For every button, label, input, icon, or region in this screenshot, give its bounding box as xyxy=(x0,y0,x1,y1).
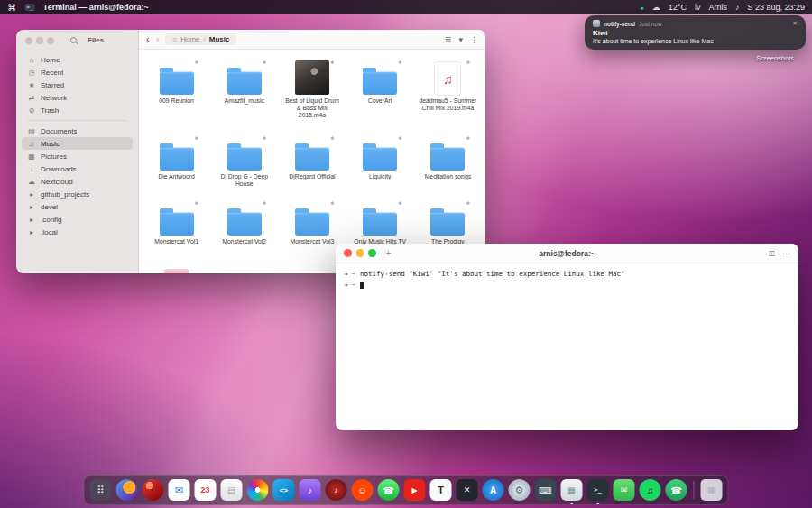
breadcrumb-separator: / xyxy=(204,35,206,43)
terminal-menu-icon[interactable]: ⋯ xyxy=(782,249,790,258)
temperature-indicator[interactable]: 12°C xyxy=(669,3,687,12)
keyboard-icon: ⌨ xyxy=(539,485,551,495)
user-menu[interactable]: Arnis xyxy=(708,3,727,12)
sidebar-item-devel[interactable]: ▸devel xyxy=(22,200,133,213)
file-item-amazfit-music[interactable]: ✱Amazfit_music xyxy=(210,57,278,133)
dock-calendar[interactable]: 23 xyxy=(195,479,217,501)
text-editor-icon: ▤ xyxy=(227,485,235,495)
volume-icon[interactable]: ♪ xyxy=(735,3,740,12)
file-item-die-antwoord[interactable]: ✱Die Antwoord xyxy=(143,133,210,198)
dock-trash[interactable]: ▥ xyxy=(701,479,723,501)
breadcrumb-current[interactable]: Music xyxy=(209,35,230,43)
dock-app-store[interactable]: A xyxy=(483,479,504,501)
dock-music-player[interactable]: ♪ xyxy=(326,479,347,501)
view-options-chevron-icon[interactable]: ▾ xyxy=(458,35,463,44)
sidebar-item-github-projects[interactable]: ▸github_projects xyxy=(22,188,133,200)
sidebar-item-pictures[interactable]: ▦Pictures xyxy=(22,150,133,162)
close-button[interactable] xyxy=(344,249,352,257)
file-item-monstercat-vol1[interactable]: ✱Monstercat Vol1 xyxy=(143,198,210,263)
files-titlebar[interactable]: Files xyxy=(16,30,138,50)
terminal-body[interactable]: →~notify-send "Kiwi" "It's about time to… xyxy=(336,263,798,296)
file-item-deadmau5[interactable]: ✱♫deadmau5 - Summer Chill Mix 2019.m4a xyxy=(414,57,482,133)
folder-icon xyxy=(295,212,329,236)
status-indicator-icon[interactable]: ● xyxy=(641,5,644,11)
cloud-icon: ☁ xyxy=(27,178,36,186)
forward-button[interactable]: › xyxy=(156,34,160,44)
file-item-monstercat-vol2[interactable]: ✱Monstercat Vol2 xyxy=(210,198,278,263)
sidebar-item-nextcloud[interactable]: ☁Nextcloud xyxy=(22,175,133,188)
trash-icon: ▥ xyxy=(707,485,715,495)
file-item-partial[interactable] xyxy=(143,263,210,273)
minimize-button[interactable] xyxy=(356,249,364,257)
dock-files[interactable]: ▦ xyxy=(561,479,583,501)
sidebar-item-trash[interactable]: ⊘Trash xyxy=(22,104,133,116)
file-item-best-of-liquid[interactable]: ✱Best of Liquid Drum & Bass Mix 2015.m4a xyxy=(278,57,346,133)
dock-spotify[interactable]: ♫ xyxy=(640,479,661,501)
desktop-label-screenshots[interactable]: Screenshots xyxy=(756,54,794,62)
emblem-icon: ✱ xyxy=(466,135,469,141)
dock-whatsapp[interactable]: ☎ xyxy=(378,479,400,501)
minimize-button[interactable] xyxy=(36,37,43,44)
notification-popup[interactable]: notify-send Just now ✕ Kiwi It's about t… xyxy=(585,15,806,50)
list-view-icon[interactable]: ≣ xyxy=(445,35,452,44)
dock-keyboard-app[interactable]: ⌨ xyxy=(535,479,557,501)
notification-app-name: notify-send xyxy=(604,21,635,27)
sidebar-item-local[interactable]: ▸.local xyxy=(22,226,133,238)
sidebar-item-config[interactable]: ▸.config xyxy=(22,213,133,226)
file-item-coverart[interactable]: ✱CoverArt xyxy=(346,57,414,133)
maximize-button[interactable] xyxy=(47,37,54,44)
keyboard-layout-indicator[interactable]: lv xyxy=(695,3,701,12)
search-icon[interactable] xyxy=(70,37,77,43)
dock-settings[interactable]: ⚙ xyxy=(509,479,531,501)
dock-terminal[interactable]: >_ xyxy=(587,479,609,501)
back-button[interactable]: ‹ xyxy=(146,34,150,44)
dock-reddit[interactable]: ☺ xyxy=(352,479,374,501)
notification-close-icon[interactable]: ✕ xyxy=(792,20,798,27)
clock[interactable]: S 23 aug, 23:29 xyxy=(747,3,805,12)
whatsapp-icon: ☎ xyxy=(383,485,393,495)
breadcrumb[interactable]: ⌂ Home / Music xyxy=(165,33,236,45)
files-window: Files ⌂Home ◷Recent ★Starred ⇄Network ⊘T… xyxy=(16,30,485,273)
sidebar-item-music[interactable]: ♫Music xyxy=(22,137,133,150)
dock-typora[interactable]: T xyxy=(430,479,452,501)
file-item-label: Amazfit_music xyxy=(225,97,264,105)
file-item-liquicity[interactable]: ✱Liquicity xyxy=(346,133,414,198)
apple-menu-icon[interactable]: ⌘ xyxy=(7,3,16,13)
maximize-button[interactable] xyxy=(368,249,376,257)
dock-firefox[interactable] xyxy=(116,479,138,501)
dock-mail[interactable]: ✉ xyxy=(169,479,190,501)
sidebar-item-recent[interactable]: ◷Recent xyxy=(22,66,133,79)
breadcrumb-home[interactable]: Home xyxy=(180,35,199,43)
dock-app-grid[interactable]: ⠿ xyxy=(90,479,112,501)
dock-dark-app[interactable]: ✕ xyxy=(457,479,478,501)
file-item-meditation-songs[interactable]: ✱Meditation songs xyxy=(414,133,482,198)
dock-firefox-red[interactable] xyxy=(143,479,164,501)
file-item-djregard[interactable]: ✱DjRegard Official xyxy=(278,133,346,198)
dock-text-editor[interactable]: ▤ xyxy=(221,479,243,501)
tiles-icon[interactable]: ⊞ xyxy=(768,249,775,258)
sidebar-item-downloads[interactable]: ↓Downloads xyxy=(22,162,133,175)
terminal-icon: >_ xyxy=(594,486,601,494)
dock-green-app[interactable]: ✉ xyxy=(614,479,635,501)
weather-icon: ☁ xyxy=(652,3,660,12)
sidebar-item-starred[interactable]: ★Starred xyxy=(22,79,133,91)
folder-icon: ▸ xyxy=(27,203,36,211)
dock-calls[interactable]: ☎ xyxy=(666,479,687,501)
sidebar-item-label: Starred xyxy=(41,81,64,89)
trash-icon: ⊘ xyxy=(27,106,36,115)
dock-youtube[interactable]: ▶ xyxy=(404,479,426,501)
sidebar-item-home[interactable]: ⌂Home xyxy=(22,53,133,66)
close-button[interactable] xyxy=(25,37,32,44)
terminal-titlebar[interactable]: + arnis@fedora:~ ⊞ ⋯ xyxy=(336,244,798,263)
sidebar-item-documents[interactable]: ▤Documents xyxy=(22,125,133,137)
window-menu-icon[interactable]: ⋮ xyxy=(470,35,478,44)
sidebar-item-network[interactable]: ⇄Network xyxy=(22,91,133,104)
dock-music[interactable]: ♪ xyxy=(300,479,321,501)
terminal-line: →~ xyxy=(344,280,790,291)
dock-photos[interactable] xyxy=(247,479,269,501)
file-item-009-reunion[interactable]: ✱009 Reunion xyxy=(143,57,210,133)
terminal-cursor xyxy=(360,282,364,289)
file-item-dj-drop-g[interactable]: ✱Dj Drop G - Deep House xyxy=(210,133,278,198)
dock-vscode[interactable]: <> xyxy=(273,479,295,501)
new-tab-button[interactable]: + xyxy=(386,248,392,258)
